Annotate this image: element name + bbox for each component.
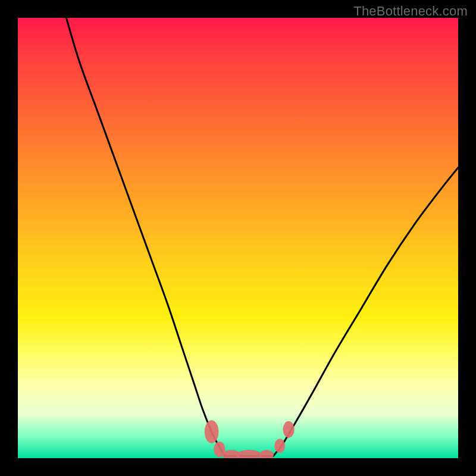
right-lower-blob xyxy=(274,439,285,453)
left-branch-path xyxy=(66,18,224,456)
right-upper-blob xyxy=(283,421,294,438)
floor-blob-right xyxy=(259,450,274,458)
left-upper-blob xyxy=(205,420,219,443)
bottleneck-curve xyxy=(66,18,458,456)
chart-svg xyxy=(18,18,458,458)
watermark-text: TheBottleneck.com xyxy=(353,4,468,19)
chart-frame: TheBottleneck.com xyxy=(0,0,476,476)
right-branch-path xyxy=(273,168,458,456)
floor-blob-center xyxy=(237,450,261,458)
curve-markers xyxy=(205,420,295,458)
